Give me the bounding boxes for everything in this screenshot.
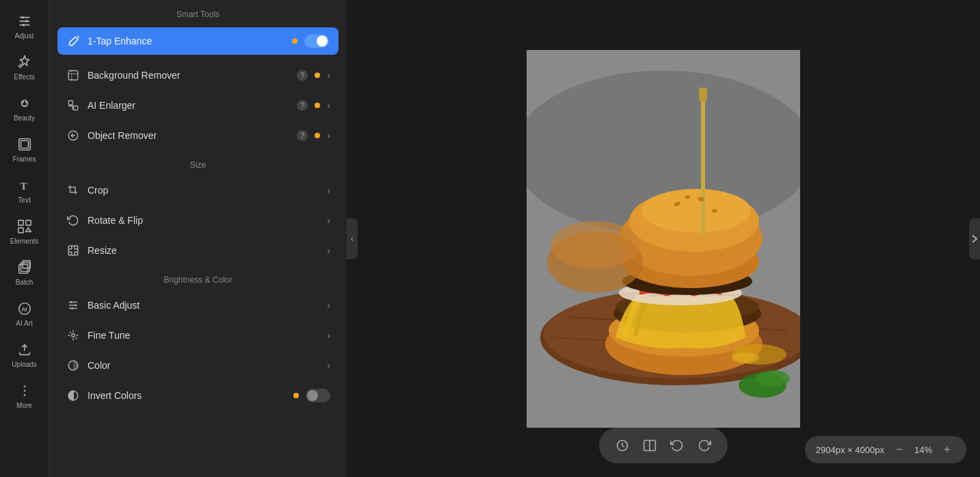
svg-point-33 xyxy=(70,301,72,303)
tools-panel: Smart Tools 1-Tap Enhance xyxy=(49,0,347,477)
sidebar-item-more[interactable]: More xyxy=(0,375,49,416)
undo-button[interactable] xyxy=(665,433,689,458)
svg-rect-10 xyxy=(21,141,28,149)
sliders-icon xyxy=(16,12,34,30)
svg-point-8 xyxy=(25,101,27,103)
enhance-button[interactable]: 1-Tap Enhance xyxy=(57,27,339,55)
sidebar-item-uploads[interactable]: Uploads xyxy=(0,334,49,375)
sidebar: Adjust Effects Beauty F xyxy=(0,0,49,477)
enhance-pro-dot xyxy=(292,38,297,44)
ai-art-icon: AI xyxy=(16,300,34,318)
invert-colors-label: Invert Colors xyxy=(88,390,287,401)
sparkles-icon xyxy=(16,53,34,71)
sidebar-item-elements-label: Elements xyxy=(10,237,39,245)
beauty-icon xyxy=(16,94,34,112)
bg-remover-help[interactable]: ? xyxy=(297,70,308,81)
ai-enlarger-chevron: › xyxy=(327,100,330,111)
svg-rect-27 xyxy=(74,106,78,110)
tool-color[interactable]: Color › xyxy=(55,351,341,380)
crop-icon xyxy=(66,183,81,198)
zoom-level: 14% xyxy=(914,445,932,455)
sidebar-item-batch-label: Batch xyxy=(16,279,34,286)
svg-rect-55 xyxy=(701,91,705,235)
brightness-color-label: Brightness & Color xyxy=(49,266,347,290)
sidebar-item-beauty-label: Beauty xyxy=(14,114,35,122)
tool-invert-colors[interactable]: Invert Colors xyxy=(55,381,341,410)
bg-remover-label: Background Remover xyxy=(88,70,290,81)
zoom-controls: 2904px × 4000px − 14% + xyxy=(805,436,966,463)
basic-adjust-label: Basic Adjust xyxy=(88,300,320,311)
svg-rect-14 xyxy=(18,228,23,233)
color-chevron: › xyxy=(327,360,330,371)
sidebar-item-batch[interactable]: Batch xyxy=(0,252,49,293)
sidebar-item-frames[interactable]: Frames xyxy=(0,129,49,170)
sidebar-item-adjust-label: Adjust xyxy=(15,32,34,40)
svg-rect-12 xyxy=(18,220,23,225)
invert-toggle[interactable] xyxy=(306,389,330,402)
svg-point-35 xyxy=(71,307,73,309)
right-panel-expand[interactable] xyxy=(969,218,980,259)
svg-point-21 xyxy=(23,385,25,387)
panel-collapse-button[interactable]: ‹ xyxy=(347,218,358,259)
ai-enlarger-label: AI Enlarger xyxy=(88,100,290,111)
svg-point-3 xyxy=(21,16,24,19)
ai-enlarger-dot xyxy=(315,103,320,108)
tool-background-remover[interactable]: Background Remover ? › xyxy=(55,61,341,90)
smart-tools-label: Smart Tools xyxy=(49,0,347,25)
enhance-label: 1-Tap Enhance xyxy=(88,36,285,47)
color-label: Color xyxy=(88,360,320,371)
sidebar-item-effects-label: Effects xyxy=(14,73,34,81)
history-button[interactable] xyxy=(610,433,635,458)
svg-point-62 xyxy=(551,221,639,269)
svg-point-66 xyxy=(732,352,759,363)
tool-crop[interactable]: Crop › xyxy=(55,176,341,205)
enhance-toggle[interactable] xyxy=(304,34,329,48)
split-view-button[interactable] xyxy=(637,433,662,458)
ai-enlarger-help[interactable]: ? xyxy=(297,100,308,111)
svg-text:T: T xyxy=(20,180,27,192)
svg-point-7 xyxy=(22,101,23,103)
object-remover-dot xyxy=(315,133,320,138)
sidebar-item-more-label: More xyxy=(16,402,32,409)
invert-icon xyxy=(66,388,81,403)
svg-point-60 xyxy=(685,195,690,198)
sidebar-item-ai-art-label: AI Art xyxy=(16,320,32,327)
object-remover-help[interactable]: ? xyxy=(297,130,308,141)
rotate-flip-chevron: › xyxy=(327,215,330,226)
sidebar-item-effects[interactable]: Effects xyxy=(0,47,49,88)
tool-basic-adjust[interactable]: Basic Adjust › xyxy=(55,291,341,320)
tool-fine-tune[interactable]: Fine Tune › xyxy=(55,321,341,350)
sidebar-item-text[interactable]: T Text xyxy=(0,170,49,211)
svg-rect-29 xyxy=(68,246,78,255)
svg-point-54 xyxy=(641,189,751,233)
frames-icon xyxy=(16,136,34,153)
tools-panel-wrapper: Smart Tools 1-Tap Enhance xyxy=(49,0,347,477)
sidebar-item-text-label: Text xyxy=(18,196,30,204)
tool-object-remover[interactable]: Object Remover ? › xyxy=(55,121,341,150)
bg-remover-icon xyxy=(66,68,81,83)
svg-rect-16 xyxy=(18,264,27,273)
basic-adjust-chevron: › xyxy=(327,300,330,311)
tool-rotate-flip[interactable]: Rotate & Flip › xyxy=(55,206,341,235)
image-dimensions: 2904px × 4000px xyxy=(816,445,884,455)
crop-chevron: › xyxy=(327,185,330,196)
sidebar-item-ai-art[interactable]: AI AI Art xyxy=(0,293,49,334)
object-remover-chevron: › xyxy=(327,130,330,141)
elements-icon xyxy=(16,218,34,235)
tool-resize[interactable]: Resize › xyxy=(55,236,341,265)
svg-point-4 xyxy=(25,20,27,23)
sidebar-item-frames-label: Frames xyxy=(13,155,36,163)
redo-button[interactable] xyxy=(692,433,717,458)
sidebar-item-adjust[interactable]: Adjust xyxy=(0,5,49,47)
tool-ai-enlarger[interactable]: AI Enlarger ? › xyxy=(55,91,341,120)
svg-point-23 xyxy=(23,394,25,396)
zoom-in-button[interactable]: + xyxy=(939,441,955,458)
sidebar-item-elements[interactable]: Elements xyxy=(0,211,49,252)
zoom-out-button[interactable]: − xyxy=(891,441,908,458)
bg-remover-chevron: › xyxy=(327,70,330,81)
svg-point-34 xyxy=(75,305,77,307)
svg-point-36 xyxy=(72,334,75,337)
bg-remover-dot xyxy=(315,73,320,78)
sidebar-item-beauty[interactable]: Beauty xyxy=(0,88,49,129)
bottom-toolbar xyxy=(599,428,728,463)
